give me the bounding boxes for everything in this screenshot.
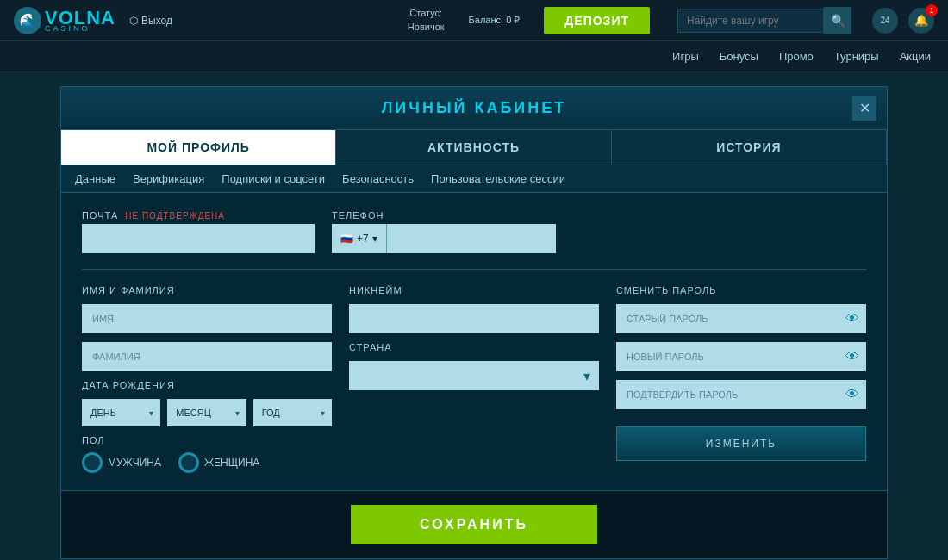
dob-month-select[interactable]: МЕСЯЦ (167, 399, 246, 426)
support-button[interactable]: 24 (872, 8, 898, 34)
tab-activity[interactable]: АКТИВНОСТЬ (336, 130, 611, 165)
nickname-label: НИКНЕЙМ (349, 285, 599, 296)
bell-icon: 🔔 (914, 14, 928, 27)
sub-tab-subscriptions[interactable]: Подписки и соцсети (221, 172, 325, 185)
modal-close-button[interactable]: ✕ (852, 96, 876, 121)
header: 🌊 VOLNA CASINO ⬡ Выход Статус: Новичок Б… (0, 0, 948, 41)
main-tabs: МОЙ ПРОФИЛЬ АКТИВНОСТЬ ИСТОРИЯ (61, 130, 887, 165)
status-info: Статус: Новичок (408, 7, 445, 34)
save-button[interactable]: СОХРАНИТЬ (351, 505, 597, 544)
nav-item-games[interactable]: Игры (672, 50, 699, 63)
status-label: Статус: (408, 7, 445, 20)
country-label: СТРАНА (349, 342, 599, 352)
phone-group: ТЕЛЕФОН 🇷🇺 +7 ▾ (332, 210, 556, 253)
name-label: ИМЯ И ФАМИЛИЯ (82, 285, 332, 296)
gender-male[interactable]: МУЖЧИНА (82, 452, 161, 473)
status-value: Новичок (408, 21, 445, 34)
sub-tab-data[interactable]: Данные (75, 172, 115, 185)
old-password-eye-btn[interactable]: 👁 (845, 311, 859, 327)
radio-female-circle (178, 452, 199, 473)
three-col-section: ИМЯ И ФАМИЛИЯ ДАТА РОЖДЕНИЯ ДЕНЬ МЕ (82, 285, 866, 473)
deposit-button[interactable]: ДЕПОЗИТ (544, 7, 650, 34)
nav-bar: Игры Бонусы Промо Турниры Акции (0, 41, 948, 72)
modal: ЛИЧНЫЙ КАБИНЕТ ✕ МОЙ ПРОФИЛЬ АКТИВНОСТЬ … (60, 86, 888, 559)
notifications-button[interactable]: 🔔 1 (908, 8, 934, 34)
gender-female-label: ЖЕНЩИНА (204, 457, 259, 469)
change-password-button[interactable]: ИЗМЕНИТЬ (616, 426, 866, 461)
logout-btn[interactable]: ⬡ Выход (129, 15, 172, 27)
divider (82, 269, 866, 270)
search-input[interactable] (677, 9, 824, 33)
balance-info: Баланс: 0 ₽ (469, 14, 521, 27)
dob-day-select[interactable]: ДЕНЬ (82, 399, 160, 426)
new-password-eye-btn[interactable]: 👁 (845, 349, 859, 364)
gender-label: ПОЛ (82, 435, 332, 445)
phone-label: ТЕЛЕФОН (332, 210, 556, 221)
radio-male-circle (82, 452, 103, 473)
nickname-column: НИКНЕЙМ СТРАНА (349, 285, 599, 473)
password-label: СМЕНИТЬ ПАРОЛЬ (616, 285, 866, 296)
confirm-password-wrapper: 👁 (616, 380, 866, 409)
password-column: СМЕНИТЬ ПАРОЛЬ 👁 👁 👁 ИЗМЕНИТЬ (616, 285, 866, 473)
phone-country-select[interactable]: 🇷🇺 +7 ▾ (332, 224, 386, 253)
old-password-input[interactable] (616, 304, 866, 333)
tab-history[interactable]: ИСТОРИЯ (612, 130, 887, 165)
modal-title-bar: ЛИЧНЫЙ КАБИНЕТ ✕ (61, 87, 887, 130)
logo-icon: 🌊 (14, 7, 41, 34)
logo: 🌊 VOLNA CASINO (14, 7, 115, 34)
email-input[interactable] (82, 224, 315, 253)
phone-code: +7 (357, 233, 369, 245)
logout-label: Выход (141, 15, 172, 27)
notifications-badge: 1 (926, 4, 938, 16)
nav-item-bonuses[interactable]: Бонусы (720, 50, 758, 63)
save-section: СОХРАНИТЬ (61, 490, 887, 558)
dob-year-wrapper: ГОД (253, 399, 332, 426)
modal-title-text: ЛИЧНЫЙ КАБИНЕТ (382, 99, 567, 116)
nav-item-promo[interactable]: Промо (779, 50, 814, 63)
chevron-down-icon: ▾ (372, 233, 377, 245)
dob-year-select[interactable]: ГОД (253, 399, 332, 426)
sub-tab-security[interactable]: Безопасность (342, 172, 414, 185)
email-phone-row: ПОЧТА НЕ ПОДТВЕРЖДЕНА ТЕЛЕФОН 🇷🇺 +7 ▾ (82, 210, 866, 253)
nav-item-tournaments[interactable]: Турниры (834, 50, 879, 63)
dob-day-wrapper: ДЕНЬ (82, 399, 160, 426)
confirm-password-input[interactable] (616, 380, 866, 409)
dob-month-wrapper: МЕСЯЦ (167, 399, 246, 426)
search-area: 🔍 (677, 7, 851, 34)
balance-label: Баланс: (469, 15, 504, 25)
confirm-password-eye-btn[interactable]: 👁 (845, 387, 859, 402)
tab-my-profile[interactable]: МОЙ ПРОФИЛЬ (61, 130, 336, 165)
sub-tab-verification[interactable]: Верификация (133, 172, 204, 185)
search-button[interactable]: 🔍 (824, 7, 851, 34)
email-label: ПОЧТА НЕ ПОДТВЕРЖДЕНА (82, 210, 315, 221)
phone-input-row: 🇷🇺 +7 ▾ (332, 224, 556, 253)
sub-tab-sessions[interactable]: Пользовательские сессии (431, 172, 565, 185)
support-icon: 24 (880, 16, 889, 25)
sub-tabs: Данные Верификация Подписки и соцсети Бе… (61, 165, 887, 193)
balance-value: 0 ₽ (506, 15, 520, 25)
gender-section: ПОЛ МУЖЧИНА ЖЕНЩИНА (82, 435, 332, 473)
new-password-wrapper: 👁 (616, 342, 866, 371)
nickname-input[interactable] (349, 304, 599, 333)
email-group: ПОЧТА НЕ ПОДТВЕРЖДЕНА (82, 210, 315, 253)
nav-item-actions[interactable]: Акции (900, 50, 931, 63)
gender-female[interactable]: ЖЕНЩИНА (178, 452, 259, 473)
dob-label: ДАТА РОЖДЕНИЯ (82, 380, 332, 390)
last-name-input[interactable] (82, 342, 332, 371)
phone-number-input[interactable] (386, 224, 556, 253)
dob-row: ДЕНЬ МЕСЯЦ ГОД (82, 399, 332, 426)
flag-icon: 🇷🇺 (340, 233, 353, 245)
profile-form: ПОЧТА НЕ ПОДТВЕРЖДЕНА ТЕЛЕФОН 🇷🇺 +7 ▾ (61, 193, 887, 490)
old-password-wrapper: 👁 (616, 304, 866, 333)
header-icons: 24 🔔 1 (872, 8, 934, 34)
country-select-wrapper (349, 361, 599, 390)
country-select[interactable] (349, 361, 599, 390)
first-name-input[interactable] (82, 304, 332, 333)
logout-icon: ⬡ (129, 15, 138, 27)
gender-row: МУЖЧИНА ЖЕНЩИНА (82, 452, 332, 473)
email-not-confirmed: НЕ ПОДТВЕРЖДЕНА (125, 211, 225, 221)
new-password-input[interactable] (616, 342, 866, 371)
gender-male-label: МУЖЧИНА (108, 457, 161, 469)
name-column: ИМЯ И ФАМИЛИЯ ДАТА РОЖДЕНИЯ ДЕНЬ МЕ (82, 285, 332, 473)
